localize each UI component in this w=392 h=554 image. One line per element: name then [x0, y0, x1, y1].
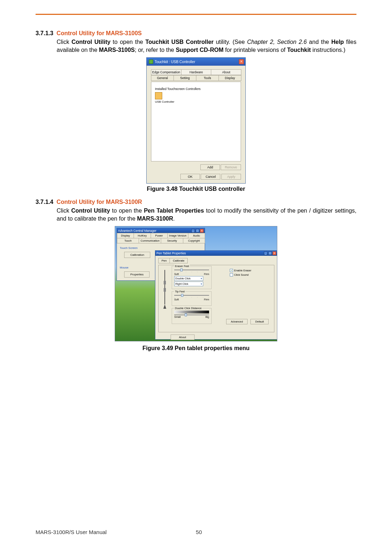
- acm-title: Advantech Central Manager: [118, 229, 156, 233]
- acm-titlebar: Advantech Central Manager _ □ ×: [117, 228, 205, 233]
- eraser-dropdown-1[interactable]: Double Click▾: [174, 276, 203, 281]
- tab-display[interactable]: Display: [219, 75, 241, 81]
- tab-touch[interactable]: Touch: [117, 238, 139, 243]
- dcd-label: Double Click Distance: [174, 307, 202, 310]
- tip-feel-label: Tip Feel: [174, 290, 185, 293]
- apply-button: Apply: [221, 174, 241, 180]
- page-footer: MARS-3100R/S User Manual 50: [0, 529, 392, 535]
- section-number-2: 3.7.1.4: [36, 199, 53, 205]
- svg-marker-3: [163, 304, 166, 309]
- usb-controller-icon: [155, 92, 162, 99]
- soft-label-2: Soft: [174, 298, 179, 301]
- firm-label: Firm: [204, 273, 209, 275]
- section-title-2: Control Utility for MARS-3100R: [57, 199, 142, 205]
- svg-rect-2: [164, 288, 166, 292]
- section1-paragraph: Click Control Utility to open the Touchk…: [57, 38, 356, 54]
- section-heading-37-1-4: 3.7.1.4 Control Utility for MARS-3100R: [36, 199, 356, 205]
- touchkit-panel: Installed Touchscreen Controllers USB Co…: [151, 82, 241, 161]
- about-button[interactable]: About: [171, 335, 195, 340]
- calibration-button[interactable]: Calibration: [124, 252, 150, 258]
- figure-caption-348: Figure 3.48 Touchkit USB controller: [36, 186, 356, 192]
- tab-hardware[interactable]: Hardware: [181, 69, 212, 75]
- section-heading-37-1-3: 3.7.1.3 Control Utility for MARS-3100S: [36, 30, 356, 37]
- section-number: 3.7.1.3: [36, 30, 53, 36]
- default-button[interactable]: Default: [250, 319, 269, 324]
- tab-image-version[interactable]: Image Version: [167, 233, 188, 238]
- enable-eraser-checkbox[interactable]: ✓ Enable Eraser: [230, 269, 252, 272]
- touchkit-dialog: Touchkit : USB Controller × Edge Compens…: [146, 57, 246, 184]
- pen-titlebar: Pen Tablet Properties _ □ ×: [155, 251, 277, 256]
- pen-tablet-window: Pen Tablet Properties _ □ × Pen Calibrat…: [155, 250, 277, 340]
- section2-paragraph: Click Control Utility to open the Pen Ta…: [57, 207, 356, 222]
- touchkit-titlebar: Touchkit : USB Controller ×: [147, 58, 245, 66]
- big-label: Big: [205, 316, 209, 318]
- small-label: Small: [174, 316, 181, 318]
- header-rule: [36, 14, 356, 15]
- properties-button[interactable]: Properties: [124, 271, 150, 278]
- usb-controller-label: USB Controller: [155, 100, 174, 103]
- touchkit-app-icon: [149, 59, 153, 64]
- tab-audio[interactable]: Audio: [188, 233, 205, 238]
- footer-page-number: 50: [196, 529, 202, 535]
- chevron-down-icon: ▾: [201, 283, 202, 286]
- add-button[interactable]: Add: [200, 164, 220, 170]
- eraser-dropdown-2[interactable]: Right Click▾: [174, 282, 203, 286]
- maximize-icon[interactable]: □: [196, 229, 199, 233]
- remove-button: Remove: [221, 164, 241, 170]
- touch-screen-group: Touch Screen: [120, 246, 202, 250]
- ok-button[interactable]: OK: [180, 174, 200, 180]
- dcd-slider[interactable]: [174, 315, 209, 315]
- close-icon[interactable]: ×: [239, 59, 244, 64]
- tab-about[interactable]: About: [211, 69, 241, 75]
- touchkit-title: Touchkit : USB Controller: [155, 60, 195, 64]
- tip-slider[interactable]: [174, 295, 209, 296]
- tab-security[interactable]: Security: [161, 238, 183, 243]
- eraser-feel-label: Eraser Feel: [174, 264, 190, 268]
- tab-calibrate[interactable]: Calibrate: [170, 258, 188, 263]
- minimize-icon[interactable]: _: [264, 251, 268, 255]
- checkbox-icon: [230, 273, 233, 276]
- tab-general[interactable]: General: [151, 75, 174, 81]
- eraser-slider[interactable]: [174, 270, 209, 270]
- tab-pen[interactable]: Pen: [158, 258, 170, 263]
- tab-copyright[interactable]: Copyright: [183, 238, 205, 243]
- tab-display[interactable]: Display: [117, 233, 134, 238]
- pen-stylus-icon: [159, 268, 170, 312]
- section-title: Control Utility for MARS-3100S: [57, 30, 142, 36]
- tab-communication[interactable]: Communication: [139, 238, 161, 243]
- tab-tools[interactable]: Tools: [196, 75, 219, 81]
- figure-caption-349: Figure 3.49 Pen tablet properties menu: [36, 345, 356, 352]
- cancel-button[interactable]: Cancel: [201, 174, 220, 180]
- pen-panel: Eraser Feel ······· Soft Firm Double Cli…: [158, 265, 274, 332]
- pen-tablet-screenshot: Advantech Central Manager _ □ × Display …: [115, 226, 277, 341]
- tab-setting[interactable]: Setting: [173, 75, 196, 81]
- footer-manual-title: MARS-3100R/S User Manual: [36, 529, 107, 535]
- checkbox-checked-icon: ✓: [230, 269, 233, 272]
- svg-rect-1: [164, 281, 166, 284]
- dcd-gradient: [174, 311, 209, 313]
- maximize-icon[interactable]: □: [268, 251, 272, 255]
- minimize-icon[interactable]: _: [191, 229, 195, 233]
- soft-label: Soft: [174, 273, 179, 275]
- click-sound-checkbox[interactable]: Click Sound: [230, 273, 252, 276]
- installed-controllers-label: Installed Touchscreen Controllers: [155, 87, 237, 91]
- advanced-button[interactable]: Advanced: [226, 319, 248, 324]
- tab-power[interactable]: Power: [151, 233, 168, 238]
- pen-title: Pen Tablet Properties: [156, 251, 186, 255]
- chevron-down-icon: ▾: [201, 277, 202, 280]
- usb-controller-item[interactable]: USB Controller: [155, 92, 174, 103]
- tab-edge-compensation[interactable]: Edge Compensation: [151, 69, 181, 75]
- close-icon[interactable]: ×: [273, 251, 276, 255]
- tab-hotkey[interactable]: HotKey: [134, 233, 151, 238]
- close-icon[interactable]: ×: [200, 229, 204, 233]
- firm-label-2: Firm: [204, 298, 209, 301]
